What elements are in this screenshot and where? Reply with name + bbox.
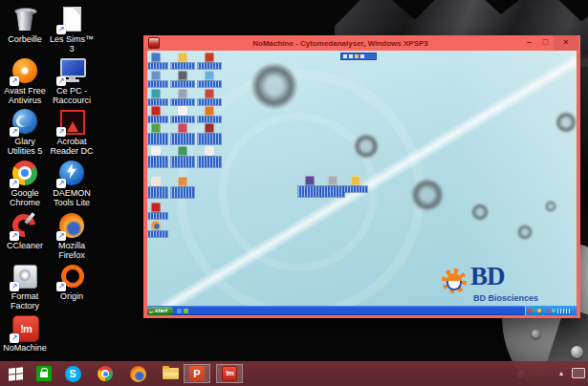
remote-icon[interactable] — [147, 203, 168, 219]
toolbar-glyph — [360, 54, 364, 58]
remote-desktop-viewport[interactable]: BD BD Biosciences start — [147, 51, 577, 315]
remote-icon[interactable] — [197, 71, 222, 87]
remote-icon[interactable] — [343, 176, 368, 192]
xp-start-button[interactable]: start — [147, 307, 173, 315]
remote-icon[interactable] — [147, 221, 168, 237]
desktop-icon-label: CCleaner — [0, 241, 50, 250]
remote-icon[interactable] — [170, 53, 195, 69]
quick-launch-icon[interactable] — [184, 309, 188, 313]
window-titlebar[interactable]: NoMachine - Cytomedanalyser, Windows XPS… — [143, 35, 580, 51]
ccleaner-icon: ↗ — [11, 211, 39, 240]
remote-icon[interactable] — [170, 123, 195, 144]
remote-icon[interactable] — [147, 123, 168, 144]
firefox-icon: ↗ — [57, 211, 86, 240]
wallpaper-droplet — [571, 346, 583, 358]
quick-launch-icon[interactable] — [190, 309, 195, 313]
glary-utilities-icon: ↗ — [11, 107, 39, 136]
desktop-icon-label: Glary Utilities 5 — [0, 137, 50, 156]
maximize-button[interactable]: □ — [537, 35, 554, 51]
desktop-icon-daemon-tools[interactable]: ↗ DAEMON Tools Lite — [47, 159, 97, 207]
recycle-bin-icon — [11, 5, 39, 33]
nomachine-icon: !m — [222, 366, 237, 381]
remote-connection-toolbar[interactable] — [340, 53, 377, 60]
cell-blob — [354, 134, 379, 159]
cell-blob — [411, 179, 444, 211]
win8-taskbar: S P !m ▴ — [0, 361, 588, 386]
remote-icon[interactable] — [147, 146, 168, 167]
desktop-icon-firefox[interactable]: ↗ Mozilla Firefox — [47, 211, 97, 260]
cell-blob — [555, 112, 577, 133]
desktop-icon-corbeille[interactable]: Corbeille — [0, 5, 50, 44]
desktop-icon-origin[interactable]: ↗ Origin — [47, 262, 97, 301]
tray-icon[interactable] — [537, 309, 541, 312]
remote-icon[interactable] — [147, 89, 168, 105]
taskbar-start-button[interactable] — [2, 364, 29, 383]
desktop-icon-label: DAEMON Tools Lite — [47, 188, 97, 207]
remote-icon[interactable] — [197, 53, 222, 69]
desktop-icon-label: Format Factory — [0, 291, 50, 311]
wallpaper-droplet — [532, 330, 540, 338]
tray-display-icon[interactable] — [572, 368, 585, 378]
remote-icon[interactable] — [170, 89, 195, 105]
xp-start-label: start — [155, 308, 167, 313]
remote-icon[interactable] — [147, 177, 168, 198]
xp-system-tray[interactable] — [525, 306, 577, 315]
bd-sun-icon — [442, 268, 467, 293]
desktop-icon-avast[interactable]: ↗ Avast Free Antivirus — [0, 56, 50, 105]
powerpoint-icon: P — [189, 366, 205, 381]
minimize-button[interactable]: – — [521, 35, 537, 51]
tray-icon[interactable] — [528, 309, 532, 312]
desktop-icon-acrobat[interactable]: ↗ Acrobat Reader DC — [47, 107, 97, 156]
taskbar-item-powerpoint[interactable]: P — [184, 364, 210, 383]
remote-icon[interactable] — [170, 146, 195, 167]
tray-icon[interactable] — [542, 309, 546, 312]
remote-icon[interactable] — [197, 123, 222, 144]
firefox-icon — [130, 366, 146, 382]
remote-icon[interactable] — [147, 106, 168, 122]
remote-icon[interactable] — [170, 71, 195, 87]
remote-icon[interactable] — [297, 176, 322, 197]
close-button[interactable]: × — [554, 35, 578, 51]
tray-icon[interactable] — [533, 309, 536, 312]
remote-icon[interactable] — [197, 106, 222, 122]
desktop-icon-format-factory[interactable]: ↗ Format Factory — [0, 262, 50, 311]
avast-icon: ↗ — [11, 56, 39, 85]
acrobat-reader-icon: ↗ — [57, 107, 86, 136]
chrome-icon: ↗ — [11, 159, 39, 187]
desktop-icon-glary[interactable]: ↗ Glary Utilities 5 — [0, 107, 50, 156]
toolbar-glyph — [349, 54, 353, 58]
desktop-icon-ccleaner[interactable]: ↗ CCleaner — [0, 211, 50, 250]
taskbar-item-store[interactable] — [31, 364, 57, 383]
desktop-icon-chrome[interactable]: ↗ Google Chrome — [0, 159, 50, 207]
remote-icon[interactable] — [170, 106, 195, 122]
computer-icon: ↗ — [57, 56, 86, 85]
remote-icon[interactable] — [197, 146, 222, 167]
remote-icon[interactable] — [170, 177, 195, 198]
tray-icon[interactable] — [552, 309, 555, 312]
desktop-icon-label: Les Sims™ 3 — [47, 34, 97, 54]
taskbar-item-file-explorer[interactable] — [157, 364, 184, 383]
quick-launch-icon[interactable] — [177, 309, 182, 313]
desktop-icon-label: Acrobat Reader DC — [47, 137, 97, 156]
tray-icon[interactable] — [547, 309, 551, 312]
remote-icon[interactable] — [147, 53, 168, 69]
remote-icon[interactable] — [197, 89, 222, 105]
desktop-icon-les-sims-3[interactable]: ↗ Les Sims™ 3 — [47, 5, 97, 54]
xp-quick-launch[interactable] — [177, 309, 195, 313]
xp-taskbar: start — [147, 306, 577, 315]
desktop-icon-nomachine[interactable]: !m↗ NoMachine — [0, 313, 50, 353]
document-icon: ↗ — [57, 5, 86, 33]
desktop-icon-label: Ce PC - Raccourci — [47, 86, 97, 105]
tray-show-hidden-icons[interactable]: ▴ — [559, 369, 563, 377]
taskbar-item-firefox[interactable] — [124, 364, 151, 383]
remote-icon[interactable] — [320, 176, 345, 197]
cell-blob — [517, 225, 533, 240]
taskbar-item-skype[interactable]: S — [59, 364, 86, 383]
remote-icon[interactable] — [147, 71, 168, 87]
screen: Corbeille ↗ Les Sims™ 3 ↗ Avast Free Ant… — [0, 0, 588, 386]
file-explorer-icon — [163, 368, 179, 379]
desktop-icon-ce-pc[interactable]: ↗ Ce PC - Raccourci — [47, 56, 97, 105]
taskbar-item-nomachine[interactable]: !m — [216, 364, 243, 383]
windows-logo-icon — [9, 367, 23, 381]
taskbar-item-chrome[interactable] — [92, 364, 119, 383]
